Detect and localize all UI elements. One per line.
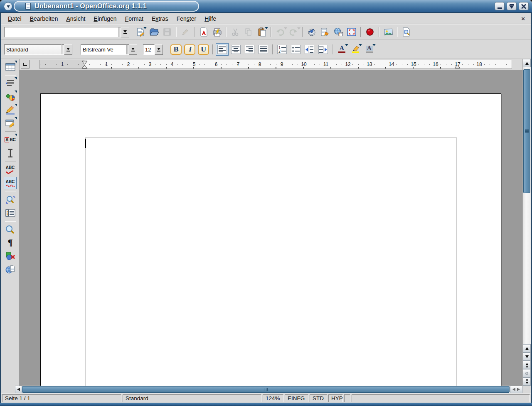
menu-format[interactable]: Format <box>121 14 148 23</box>
graphics-onoff-button[interactable] <box>4 250 17 262</box>
previous-page-button[interactable] <box>523 361 531 369</box>
align-left-button[interactable] <box>216 43 229 56</box>
font-size-value[interactable]: 12 <box>143 44 155 55</box>
bold-button[interactable]: B <box>170 43 182 56</box>
window-menu-button[interactable] <box>4 2 12 11</box>
decrease-indent-button[interactable] <box>303 43 316 56</box>
save-button[interactable] <box>161 26 173 38</box>
scroll-left-button[interactable] <box>15 386 22 393</box>
tab-type-selector[interactable] <box>21 60 30 68</box>
titlebar[interactable]: Unbenannt1 - OpenOffice.org 1.1.1 <box>0 0 532 13</box>
horizontal-scrollbar-thumb[interactable] <box>22 386 510 393</box>
menu-ansicht[interactable]: Ansicht <box>62 14 89 23</box>
navigator-button[interactable] <box>305 26 318 38</box>
menu-einfuegen[interactable]: Einfügen <box>89 14 121 23</box>
close-button[interactable] <box>519 2 529 10</box>
scroll-down-button[interactable] <box>523 352 531 361</box>
new-document-button[interactable] <box>134 26 147 38</box>
paragraph-style-value[interactable]: Standard <box>4 44 62 55</box>
indent-markers[interactable] <box>81 61 88 69</box>
font-color-button[interactable]: A <box>335 43 348 56</box>
vertical-scrollbar-thumb[interactable] <box>523 69 530 193</box>
scroll-up-button-bottom[interactable] <box>523 344 531 352</box>
open-button[interactable] <box>148 26 160 38</box>
gallery-button[interactable] <box>382 26 394 38</box>
stylist-button[interactable] <box>319 26 331 38</box>
vertical-scrollbar-track[interactable] <box>523 67 531 344</box>
status-page-style[interactable]: Standard <box>123 394 261 402</box>
insert-object-button[interactable] <box>4 90 17 103</box>
menu-hilfe[interactable]: Hilfe <box>200 14 220 23</box>
document-view[interactable] <box>20 70 522 386</box>
menu-datei[interactable]: Datei <box>4 14 26 23</box>
align-right-button[interactable] <box>243 43 256 56</box>
autotext-icon: ABC <box>5 137 16 142</box>
right-indent-marker[interactable] <box>454 64 461 68</box>
draw-functions-button[interactable] <box>4 104 17 116</box>
export-pdf-button[interactable] <box>197 26 210 38</box>
print-button[interactable] <box>211 26 223 38</box>
font-size-dropdown-button[interactable] <box>155 44 163 55</box>
edit-autotext-button[interactable]: ABC <box>4 134 17 146</box>
scroll-up-button[interactable] <box>523 59 531 67</box>
insert-table-button[interactable] <box>4 61 17 73</box>
bold-icon: B <box>170 44 182 55</box>
status-insert-mode[interactable]: EINFG <box>285 394 308 402</box>
maximize-button[interactable] <box>507 2 517 10</box>
vertical-scrollbar[interactable] <box>522 59 531 386</box>
font-name-dropdown-button[interactable] <box>129 44 137 55</box>
auto-spellcheck-button[interactable]: ABC <box>4 177 17 189</box>
horizontal-scrollbar-track[interactable] <box>22 386 510 393</box>
load-url-dropdown-button[interactable] <box>121 27 129 37</box>
navigation-button[interactable] <box>523 369 531 377</box>
direct-cursor-button[interactable] <box>4 147 17 159</box>
next-page-button[interactable] <box>523 377 531 386</box>
separator <box>379 27 379 37</box>
paragraph-style-dropdown-button[interactable] <box>64 44 72 55</box>
cut-button[interactable] <box>229 26 241 38</box>
spellcheck-button[interactable]: ABC <box>4 164 17 176</box>
load-url-input[interactable] <box>4 27 118 37</box>
close-document-button[interactable]: × <box>518 15 528 22</box>
horizontal-ruler[interactable]: 1 1 2 3 4 5 6 7 8 9 10 11 12 13 14 15 16 <box>39 60 512 69</box>
document-page[interactable] <box>40 93 501 386</box>
align-center-button[interactable] <box>229 43 242 56</box>
minimize-button[interactable] <box>495 2 505 10</box>
increase-indent-button[interactable] <box>317 43 330 56</box>
menu-bearbeiten[interactable]: Bearbeiten <box>26 14 62 23</box>
font-name-value[interactable]: Bitstream Ve <box>81 44 126 55</box>
status-modified[interactable] <box>344 394 350 402</box>
undo-button[interactable] <box>274 26 286 38</box>
form-functions-button[interactable] <box>4 117 17 130</box>
italic-button[interactable]: i <box>183 43 196 56</box>
insert-fields-button[interactable] <box>4 77 17 90</box>
menu-fenster[interactable]: Fenster <box>172 14 200 23</box>
search-button[interactable] <box>400 26 413 38</box>
copy-button[interactable] <box>242 26 255 38</box>
numbered-list-button[interactable]: 12 <box>276 43 288 56</box>
scroll-left-right-buttons[interactable] <box>510 386 522 393</box>
online-layout-button[interactable] <box>4 263 17 276</box>
background-color-button[interactable]: A <box>363 43 376 56</box>
find-replace-button[interactable] <box>4 193 17 206</box>
status-zoom[interactable]: 124% <box>263 394 283 402</box>
text-boundary[interactable] <box>85 137 457 386</box>
justify-button[interactable] <box>257 43 270 56</box>
zoom-button[interactable] <box>4 223 17 236</box>
edit-file-button[interactable] <box>179 26 192 38</box>
hyperlink-button[interactable] <box>332 26 345 38</box>
horizontal-scrollbar[interactable] <box>1 386 531 393</box>
menu-extras[interactable]: Extras <box>148 14 172 23</box>
redo-button[interactable] <box>287 26 300 38</box>
highlighting-button[interactable] <box>349 43 362 56</box>
data-sources-button[interactable] <box>4 207 17 219</box>
nonprinting-characters-button[interactable]: ¶ <box>4 237 17 249</box>
status-page[interactable]: Seite 1 / 1 <box>2 394 121 402</box>
underline-button[interactable]: U <box>197 43 210 56</box>
bullet-list-button[interactable] <box>289 43 302 56</box>
record-macro-button[interactable] <box>364 26 376 38</box>
zoom-fullscreen-button[interactable] <box>345 26 358 38</box>
status-hyperlink-mode[interactable]: HYP <box>328 394 343 402</box>
status-selection-mode[interactable]: STD <box>310 394 327 402</box>
paste-button[interactable] <box>256 26 268 38</box>
